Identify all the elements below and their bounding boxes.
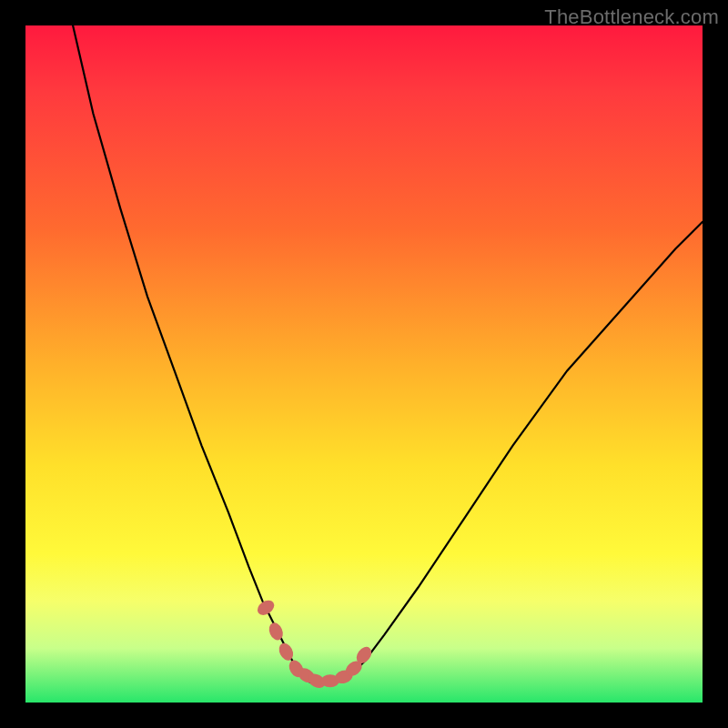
curve-svg bbox=[25, 25, 703, 703]
chart-frame: TheBottleneck.com bbox=[0, 0, 728, 728]
plot-area bbox=[25, 25, 703, 703]
highlight-marker bbox=[277, 641, 296, 662]
bottleneck-curve bbox=[73, 25, 703, 682]
highlight-markers bbox=[255, 597, 375, 691]
highlight-marker bbox=[255, 597, 277, 618]
